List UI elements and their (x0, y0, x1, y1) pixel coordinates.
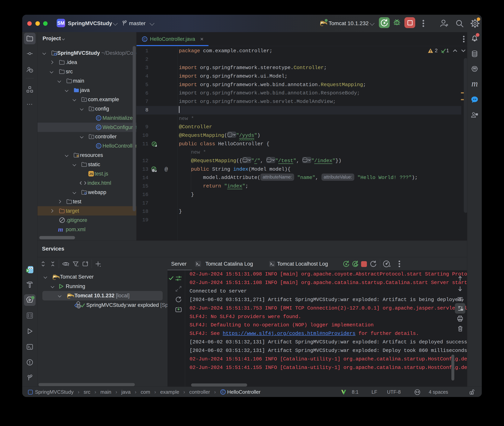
svg-text:C: C (98, 126, 100, 129)
svg-text:C: C (98, 144, 100, 148)
svg-text:C: C (98, 116, 100, 120)
svg-text:?: ? (30, 69, 32, 72)
svg-text:JS: JS (89, 172, 93, 176)
svg-text:C: C (144, 37, 146, 41)
svg-text:C: C (222, 390, 224, 394)
